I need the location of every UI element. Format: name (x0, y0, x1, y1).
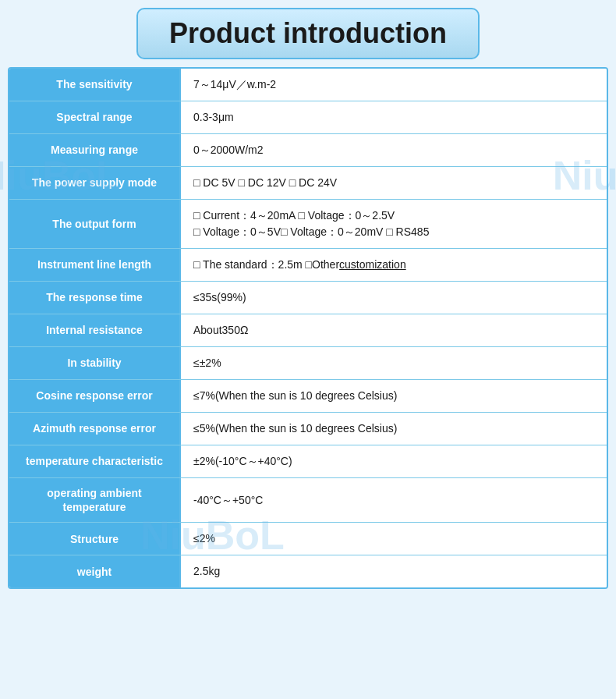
row-label: The sensitivity (9, 69, 181, 101)
row-value: 7～14μV／w.m-2 (181, 69, 607, 101)
row-value: □ The standard：2.5m □Other customization (181, 249, 607, 281)
row-value: ≤35s(99%) (181, 282, 607, 314)
row-value: □ Current：4～20mA □ Voltage：0～2.5V□ Volta… (181, 200, 607, 248)
row-value: 2.5kg (181, 555, 607, 587)
table-row: The output form□ Current：4～20mA □ Voltag… (9, 200, 607, 249)
row-label: operating ambient temperature (9, 478, 181, 522)
row-value: ±2%(-10°C～+40°C) (181, 445, 607, 477)
row-label: The response time (9, 282, 181, 314)
table-row: Measuring range0～2000W/m2 (9, 134, 607, 167)
row-value: ≤2% (181, 523, 607, 555)
table-row: The sensitivity7～14μV／w.m-2 (9, 69, 607, 101)
row-value: 0.3-3μm (181, 101, 607, 133)
row-label: The output form (9, 200, 181, 248)
table-row: In stability≤±2% (9, 347, 607, 380)
table-row: Cosine response error≤7%(When the sun is… (9, 380, 607, 413)
row-label: The power supply mode (9, 167, 181, 199)
table-row: weight2.5kg (9, 555, 607, 587)
table-row: Azimuth response error≤5%(When the sun i… (9, 413, 607, 445)
row-label: Structure (9, 523, 181, 555)
row-value: □ DC 5V □ DC 12V □ DC 24V (181, 167, 607, 199)
product-table: The sensitivity7～14μV／w.m-2Spectral rang… (8, 67, 608, 589)
row-value: -40°C～+50°C (181, 478, 607, 522)
table-row: The response time≤35s(99%) (9, 282, 607, 314)
row-label: Instrument line length (9, 249, 181, 281)
row-value: 0～2000W/m2 (181, 134, 607, 166)
table-row: The power supply mode□ DC 5V □ DC 12V □ … (9, 167, 607, 200)
table-row: Internal resistanceAbout350Ω (9, 314, 607, 347)
table-row: Structure≤2% (9, 523, 607, 555)
row-label: Measuring range (9, 134, 181, 166)
title-wrapper: Product introduction (8, 8, 608, 59)
row-label: Cosine response error (9, 380, 181, 412)
row-value: About350Ω (181, 314, 607, 346)
title-box: Product introduction (136, 8, 480, 59)
row-label: Internal resistance (9, 314, 181, 346)
row-label: In stability (9, 347, 181, 379)
table-row: Spectral range0.3-3μm (9, 101, 607, 134)
table-row: Instrument line length□ The standard：2.5… (9, 249, 607, 282)
row-label: Azimuth response error (9, 413, 181, 445)
row-label: weight (9, 555, 181, 587)
row-value: ≤5%(When the sun is 10 degrees Celsius) (181, 413, 607, 445)
row-value: ≤7%(When the sun is 10 degrees Celsius) (181, 380, 607, 412)
table-row: operating ambient temperature-40°C～+50°C (9, 478, 607, 523)
row-label: temperature characteristic (9, 445, 181, 477)
page-title: Product introduction (169, 17, 447, 49)
table-row: temperature characteristic±2%(-10°C～+40°… (9, 445, 607, 478)
row-value: ≤±2% (181, 347, 607, 379)
row-label: Spectral range (9, 101, 181, 133)
